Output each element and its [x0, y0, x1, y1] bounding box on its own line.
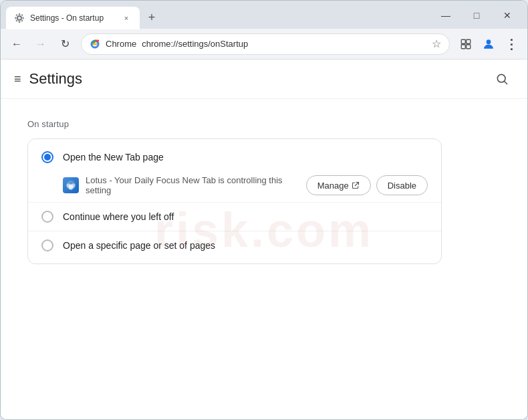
divider-2: [28, 231, 441, 231]
address-text: chrome://settings/onStartup: [142, 39, 426, 49]
minimize-button[interactable]: —: [431, 7, 460, 23]
option-label-new-tab: Open the New Tab page: [63, 152, 164, 163]
lotus-label: Lotus - Your Daily Focus New Tab is cont…: [86, 175, 299, 195]
new-tab-button[interactable]: +: [142, 8, 161, 27]
chrome-label: Chrome: [106, 39, 136, 49]
extensions-icon: [460, 38, 472, 50]
lotus-actions: Manage Disable: [306, 175, 428, 195]
manage-button[interactable]: Manage: [306, 175, 371, 195]
option-label-specific: Open a specific page or set of pages: [63, 240, 215, 251]
page-content: ≡ Settings On startup Open the New Tab p…: [1, 60, 527, 419]
address-bar[interactable]: Chrome chrome://settings/onStartup ☆: [81, 33, 450, 55]
maximize-button[interactable]: □: [462, 7, 491, 23]
svg-rect-3: [19, 21, 20, 23]
options-card: Open the New Tab page Lotus - Your Daily…: [27, 138, 442, 264]
title-bar: Settings - On startup × + — □ ✕: [1, 1, 527, 29]
close-button[interactable]: ✕: [493, 7, 522, 23]
lotus-row: Lotus - Your Daily Focus New Tab is cont…: [28, 170, 441, 201]
option-specific[interactable]: Open a specific page or set of pages: [28, 233, 441, 258]
lotus-icon: [63, 177, 79, 193]
svg-line-23: [355, 183, 358, 186]
forward-button[interactable]: →: [30, 33, 51, 55]
svg-rect-2: [19, 13, 20, 15]
browser-window: Settings - On startup × + — □ ✕ ← → ↻ Ch…: [0, 0, 528, 420]
window-controls: — □ ✕: [431, 7, 522, 23]
profile-icon: [482, 37, 495, 51]
bookmark-icon[interactable]: ☆: [432, 37, 441, 50]
tab-favicon: [14, 13, 25, 23]
active-tab[interactable]: Settings - On startup ×: [6, 7, 140, 29]
settings-search-button[interactable]: [490, 67, 514, 91]
svg-rect-5: [23, 17, 25, 19]
option-continue[interactable]: Continue where you left off: [28, 204, 441, 229]
divider-1: [28, 202, 441, 203]
manage-label: Manage: [317, 181, 349, 191]
disable-button[interactable]: Disable: [376, 175, 428, 195]
radio-new-tab[interactable]: [41, 151, 53, 163]
toolbar: ← → ↻ Chrome chrome://settings/onStartup…: [1, 29, 527, 60]
profile-button[interactable]: [478, 33, 499, 55]
tab-close-button[interactable]: ×: [121, 13, 132, 23]
svg-rect-14: [461, 44, 465, 48]
chrome-logo-icon: [90, 39, 100, 49]
radio-specific[interactable]: [41, 239, 53, 251]
settings-title: Settings: [29, 70, 83, 88]
radio-continue[interactable]: [41, 211, 53, 223]
svg-rect-13: [467, 39, 471, 43]
svg-rect-12: [461, 39, 465, 43]
search-icon: [495, 72, 509, 86]
reload-button[interactable]: ↻: [54, 33, 76, 55]
option-label-continue: Continue where you left off: [63, 211, 174, 222]
svg-rect-15: [467, 44, 471, 48]
external-link-icon: [352, 181, 360, 189]
option-new-tab[interactable]: Open the New Tab page: [28, 144, 441, 170]
svg-rect-4: [15, 17, 17, 19]
back-button[interactable]: ←: [6, 33, 27, 55]
radio-inner-new-tab: [44, 154, 51, 161]
extensions-button[interactable]: [455, 33, 477, 55]
svg-line-18: [505, 82, 507, 84]
tab-title: Settings - On startup: [30, 13, 116, 23]
hamburger-icon[interactable]: ≡: [14, 72, 21, 86]
menu-button[interactable]: ⋮: [501, 33, 522, 55]
settings-header: ≡ Settings: [1, 60, 527, 99]
toolbar-right: ⋮: [455, 33, 522, 55]
section-title: On startup: [27, 119, 501, 129]
svg-point-16: [487, 39, 491, 44]
settings-body: On startup Open the New Tab page: [1, 99, 527, 284]
